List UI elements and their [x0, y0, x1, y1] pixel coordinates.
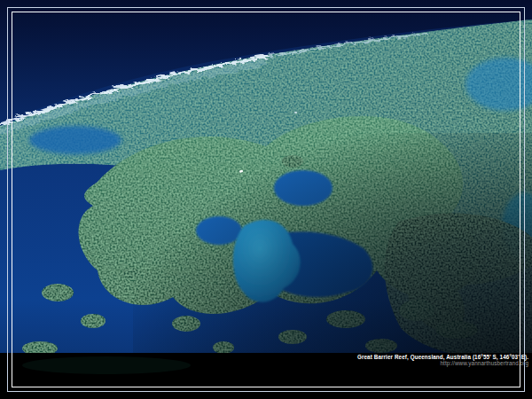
caption-band-shadow-detail: [22, 356, 191, 374]
wallpaper: Great Barrier Reef, Queensland, Australi…: [0, 0, 532, 399]
lagoon-patch: [29, 126, 121, 154]
reef-photo-scene: Great Barrier Reef, Queensland, Australi…: [0, 0, 532, 399]
photo-credit-url: http://www.yannarthusbertrand.org: [440, 360, 528, 367]
